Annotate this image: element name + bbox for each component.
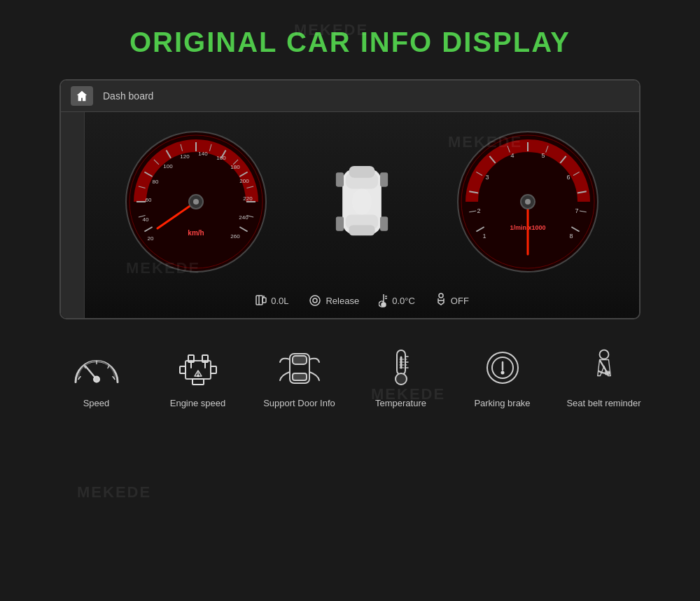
svg-rect-41	[336, 172, 344, 186]
svg-text:5: 5	[542, 152, 545, 159]
watermark: MEKEDE	[77, 483, 151, 502]
car-top-view	[313, 156, 411, 247]
engine-icon	[170, 345, 226, 390]
svg-rect-39	[349, 166, 374, 178]
seatbelt-value: OFF	[451, 296, 469, 306]
svg-text:200: 200	[239, 178, 249, 184]
dash-title: Dash board	[103, 90, 153, 102]
dash-sidebar	[61, 112, 85, 318]
dash-status-bar: 0.0L Release	[61, 286, 639, 318]
svg-point-78	[313, 298, 317, 303]
parking-brake-icon	[475, 345, 531, 390]
svg-rect-75	[262, 298, 266, 303]
svg-text:2: 2	[477, 207, 481, 214]
door-icon	[272, 345, 328, 390]
svg-rect-40	[349, 225, 374, 235]
svg-text:120: 120	[180, 153, 190, 160]
svg-rect-43	[336, 216, 344, 230]
speed-icon	[69, 345, 125, 390]
svg-text:260: 260	[230, 233, 240, 240]
svg-text:7: 7	[575, 207, 579, 214]
dash-header: Dash board	[61, 81, 639, 112]
svg-text:1/min x1000: 1/min x1000	[510, 224, 546, 231]
speedometer: 20 40 60 80 100 120 140 1	[119, 125, 273, 279]
seatbelt-status: OFF	[435, 293, 469, 308]
feature-door-info: Support Door Info	[248, 345, 350, 410]
svg-rect-42	[380, 172, 388, 186]
svg-rect-97	[211, 366, 216, 373]
svg-point-119	[501, 371, 503, 373]
door-info-label: Support Door Info	[263, 397, 335, 410]
svg-point-85	[94, 376, 99, 382]
feature-speed: Speed	[46, 345, 147, 410]
svg-text:3: 3	[486, 174, 489, 181]
fuel-status: 0.0L	[255, 294, 288, 307]
svg-text:180: 180	[230, 164, 240, 170]
dashboard-screen: Dash board	[59, 79, 640, 319]
svg-point-71	[525, 199, 531, 205]
dash-content: 20 40 60 80 100 120 140 1	[61, 112, 639, 286]
seatbelt-label: Seat belt reminder	[566, 397, 640, 410]
brake-value: Release	[326, 296, 359, 306]
page-title: ORIGINAL CAR INFO DISPLAY	[0, 27, 700, 58]
temp-status: 0.0°C	[379, 293, 415, 308]
svg-rect-103	[293, 373, 307, 380]
svg-text:1: 1	[483, 233, 486, 240]
svg-point-45	[352, 188, 372, 214]
svg-text:6: 6	[567, 174, 570, 181]
svg-point-120	[599, 350, 608, 359]
svg-rect-102	[293, 356, 307, 364]
temp-value: 0.0°C	[392, 296, 415, 306]
svg-text:20: 20	[147, 235, 153, 242]
rpm-gauge: 1 2 3 4 5 6 7 8	[451, 125, 605, 279]
feature-engine-speed: Engine speed	[147, 345, 248, 410]
svg-point-82	[439, 293, 443, 298]
page-title-section: ORIGINAL CAR INFO DISPLAY	[0, 0, 700, 79]
feature-seatbelt: Seat belt reminder	[553, 345, 654, 410]
brake-status: Release	[308, 294, 359, 307]
svg-text:8: 8	[570, 233, 573, 240]
feature-parking-brake: Parking brake	[451, 345, 553, 410]
svg-text:km/h: km/h	[188, 229, 204, 237]
svg-point-34	[193, 199, 199, 205]
svg-text:140: 140	[198, 151, 208, 157]
svg-rect-98	[192, 379, 204, 385]
temperature-icon	[373, 345, 429, 390]
feature-temperature: Temperature	[350, 345, 451, 410]
svg-point-81	[382, 303, 386, 307]
speed-label: Speed	[83, 397, 110, 410]
svg-text:60: 60	[145, 197, 151, 203]
home-icon[interactable]	[71, 86, 93, 106]
svg-text:40: 40	[142, 216, 148, 223]
svg-rect-44	[380, 216, 388, 230]
svg-text:220: 220	[243, 195, 253, 202]
svg-rect-96	[180, 366, 186, 373]
svg-point-100	[197, 375, 199, 376]
svg-text:100: 100	[163, 163, 173, 170]
temperature-label: Temperature	[375, 397, 426, 410]
svg-point-110	[396, 373, 407, 385]
engine-speed-label: Engine speed	[170, 397, 226, 410]
fuel-value: 0.0L	[271, 296, 288, 306]
seatbelt-icon	[576, 345, 632, 390]
svg-text:80: 80	[152, 179, 158, 185]
svg-text:4: 4	[511, 152, 514, 159]
features-section: Speed Eng	[0, 319, 700, 424]
svg-point-77	[310, 296, 320, 305]
parking-brake-label: Parking brake	[474, 397, 530, 410]
